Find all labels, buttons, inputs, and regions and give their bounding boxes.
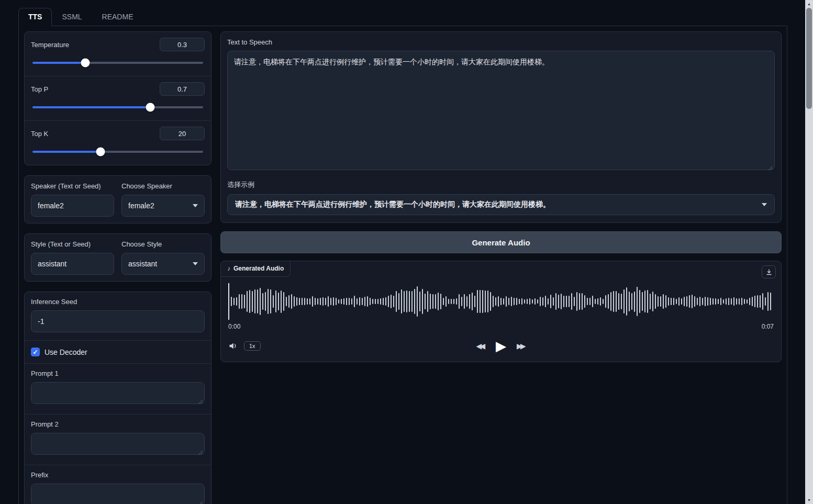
- waveform-bar: [281, 290, 282, 313]
- waveform-bar: [629, 292, 630, 311]
- top-p-value-input[interactable]: [160, 82, 205, 96]
- style-input[interactable]: [31, 253, 114, 275]
- top-k-value-input[interactable]: [160, 127, 205, 140]
- waveform-bar: [317, 298, 318, 305]
- waveform-bar: [438, 293, 439, 310]
- prompt1-textarea[interactable]: [31, 382, 205, 404]
- waveform-bar: [639, 290, 640, 313]
- forward-button[interactable]: ▶▶: [517, 342, 526, 350]
- waveform-bar: [548, 298, 549, 305]
- choose-style-dropdown[interactable]: assistant: [121, 253, 205, 275]
- waveform-bar: [589, 298, 591, 305]
- temperature-label: Temperature: [31, 41, 69, 49]
- use-decoder-checkbox[interactable]: [31, 348, 40, 356]
- tab-readme[interactable]: README: [92, 8, 143, 26]
- waveform-bar: [626, 287, 627, 316]
- inference-seed-label: Inference Seed: [31, 298, 205, 306]
- music-note-icon: ♪: [227, 265, 230, 272]
- inference-seed-input[interactable]: [31, 310, 205, 332]
- use-decoder-label: Use Decoder: [44, 348, 87, 356]
- waveform-bar: [474, 296, 475, 307]
- scrollbar[interactable]: ▲ ▼: [805, 0, 813, 504]
- waveform-bar: [720, 298, 721, 305]
- text-to-speech-textarea[interactable]: 请注意，电梯将在下午两点进行例行维护，预计需要一个小时的时间，请大家在此期间使用…: [227, 51, 775, 170]
- waveform-bar: [715, 298, 716, 305]
- waveform-bar: [322, 297, 324, 306]
- waveform-bar: [406, 290, 407, 313]
- waveform-bar: [477, 290, 478, 313]
- speaker-text-field: Speaker (Text or Seed): [31, 182, 114, 217]
- waveform-bar: [524, 299, 525, 304]
- prefix-textarea[interactable]: [31, 484, 205, 504]
- waveform-bar: [286, 297, 287, 306]
- waveform-bar: [299, 298, 300, 305]
- waveform-bar: [561, 294, 562, 310]
- left-column: Temperature Top P: [24, 31, 211, 504]
- waveform-bar: [391, 295, 392, 308]
- waveform-bar: [555, 293, 556, 310]
- examples-dropdown[interactable]: 请注意，电梯将在下午两点进行例行维护，预计需要一个小时的时间，请大家在此期间使用…: [227, 194, 775, 215]
- waveform-bar: [660, 296, 661, 307]
- scrollbar-up-arrow[interactable]: ▲: [805, 0, 813, 8]
- waveform-bar: [419, 292, 420, 311]
- waveform-bar: [288, 295, 289, 308]
- choose-speaker-dropdown[interactable]: female2: [121, 195, 205, 217]
- top-p-slider-handle[interactable]: [146, 103, 154, 112]
- waveform-bar: [684, 297, 685, 306]
- speaker-input-label: Speaker (Text or Seed): [31, 182, 114, 190]
- top-p-slider-fill: [32, 106, 150, 108]
- rewind-button[interactable]: ◀◀: [476, 342, 485, 350]
- speaker-input[interactable]: [31, 195, 114, 217]
- waveform-bar: [658, 296, 659, 307]
- waveform-bar: [623, 289, 625, 314]
- volume-icon[interactable]: [228, 341, 239, 351]
- waveform-bar: [417, 286, 418, 316]
- waveform-bar: [642, 292, 643, 310]
- prompt1-section: Prompt 1: [25, 363, 211, 414]
- playback-speed-button[interactable]: 1x: [244, 341, 261, 351]
- generate-audio-button[interactable]: Generate Audio: [220, 231, 782, 253]
- waveform-bar: [380, 298, 381, 305]
- play-button[interactable]: ▶: [496, 339, 506, 353]
- waveform-bar: [362, 298, 363, 306]
- waveform-bar: [273, 295, 274, 307]
- waveform-bar: [268, 289, 269, 314]
- scrollbar-thumb[interactable]: [806, 8, 812, 109]
- waveform-bar: [686, 296, 687, 307]
- waveform-bar: [673, 298, 674, 305]
- waveform-bar: [461, 297, 462, 306]
- waveform-bar: [681, 298, 682, 305]
- waveform-bar: [349, 298, 350, 305]
- use-decoder-section: Use Decoder: [25, 340, 211, 363]
- temperature-slider-handle[interactable]: [81, 59, 90, 68]
- waveform-bar: [744, 299, 745, 305]
- scrollbar-down-arrow[interactable]: ▼: [805, 496, 813, 504]
- waveform[interactable]: [228, 282, 774, 321]
- top-k-slider-handle[interactable]: [96, 148, 105, 156]
- waveform-bar: [304, 298, 305, 305]
- waveform-bar: [472, 293, 473, 310]
- waveform-bar: [325, 298, 326, 305]
- app: TTS SSML README Temperature: [0, 0, 813, 504]
- top-p-slider[interactable]: [32, 103, 203, 112]
- style-choose-field: Choose Style assistant: [121, 240, 205, 275]
- temperature-value-input[interactable]: [160, 38, 205, 51]
- waveform-bar: [254, 289, 255, 313]
- download-button[interactable]: [762, 265, 776, 278]
- temperature-slider[interactable]: [32, 58, 203, 68]
- prompt2-textarea[interactable]: [31, 433, 205, 455]
- playback-cursor[interactable]: [228, 283, 229, 320]
- top-k-slider[interactable]: [32, 147, 203, 156]
- choose-style-value: assistant: [128, 260, 157, 268]
- inference-seed-section: Inference Seed: [25, 292, 211, 340]
- tab-ssml[interactable]: SSML: [52, 8, 92, 26]
- waveform-bar: [249, 290, 250, 312]
- waveform-bar: [663, 294, 664, 309]
- waveform-bar: [558, 295, 559, 309]
- sampling-params-panel: Temperature Top P: [24, 31, 211, 165]
- tab-tts[interactable]: TTS: [18, 8, 52, 26]
- waveform-bar: [233, 298, 235, 305]
- waveform-bar: [343, 298, 344, 305]
- top-k-block: Top K: [25, 120, 211, 165]
- advanced-panel: Inference Seed Use Decoder Prompt 1 Prom…: [24, 292, 211, 504]
